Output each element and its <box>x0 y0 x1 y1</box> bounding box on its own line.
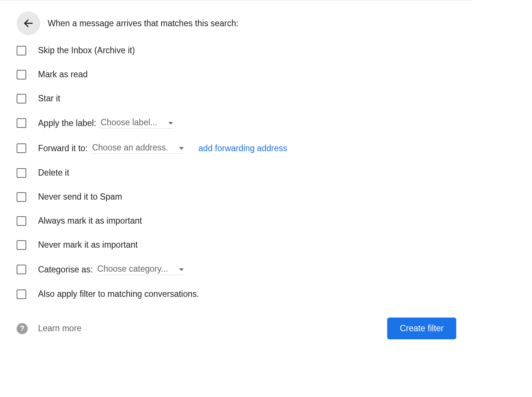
label-skip-inbox: Skip the Inbox (Archive it) <box>38 45 135 55</box>
label-apply-label: Apply the label: <box>38 118 96 128</box>
checkbox-never-spam[interactable] <box>17 192 26 202</box>
back-button[interactable] <box>17 11 40 35</box>
link-add-forwarding-address[interactable]: add forwarding address <box>198 143 287 153</box>
checkbox-forward-to[interactable] <box>17 143 26 153</box>
dropdown-choose-category[interactable]: Choose category... <box>97 264 183 275</box>
checkbox-never-important[interactable] <box>17 240 26 250</box>
checkbox-categorise-as[interactable] <box>17 265 26 274</box>
label-star-it: Star it <box>38 94 60 104</box>
dropdown-choose-label[interactable]: Choose label... <box>100 118 173 129</box>
header-title: When a message arrives that matches this… <box>48 18 238 28</box>
checkbox-skip-inbox[interactable] <box>17 46 26 55</box>
help-icon[interactable]: ? <box>17 323 28 334</box>
checkbox-mark-read[interactable] <box>17 70 26 79</box>
label-also-apply: Also apply filter to matching conversati… <box>38 289 199 299</box>
caret-down-icon <box>179 147 184 150</box>
caret-down-icon <box>168 122 173 125</box>
checkbox-always-important[interactable] <box>17 216 26 226</box>
label-never-important: Never mark it as important <box>38 240 138 250</box>
label-always-important: Always mark it as important <box>38 216 142 226</box>
caret-down-icon <box>179 268 184 271</box>
label-delete-it: Delete it <box>38 168 69 178</box>
checkbox-star-it[interactable] <box>17 94 26 104</box>
label-never-spam: Never send it to Spam <box>38 192 122 202</box>
label-categorise-as: Categorise as: <box>38 265 93 275</box>
checkbox-apply-label[interactable] <box>17 118 26 128</box>
checkbox-delete-it[interactable] <box>17 168 26 178</box>
link-learn-more[interactable]: Learn more <box>38 323 82 333</box>
dropdown-choose-category-text: Choose category... <box>97 264 168 274</box>
label-mark-read: Mark as read <box>38 69 88 79</box>
checkbox-also-apply[interactable] <box>17 289 26 299</box>
arrow-left-icon <box>23 18 34 29</box>
dropdown-choose-address[interactable]: Choose an address. <box>92 143 184 154</box>
dropdown-choose-address-text: Choose an address. <box>92 143 168 153</box>
create-filter-button[interactable]: Create filter <box>387 318 456 339</box>
dropdown-choose-label-text: Choose label... <box>100 118 157 128</box>
label-forward-to: Forward it to: <box>38 143 88 153</box>
